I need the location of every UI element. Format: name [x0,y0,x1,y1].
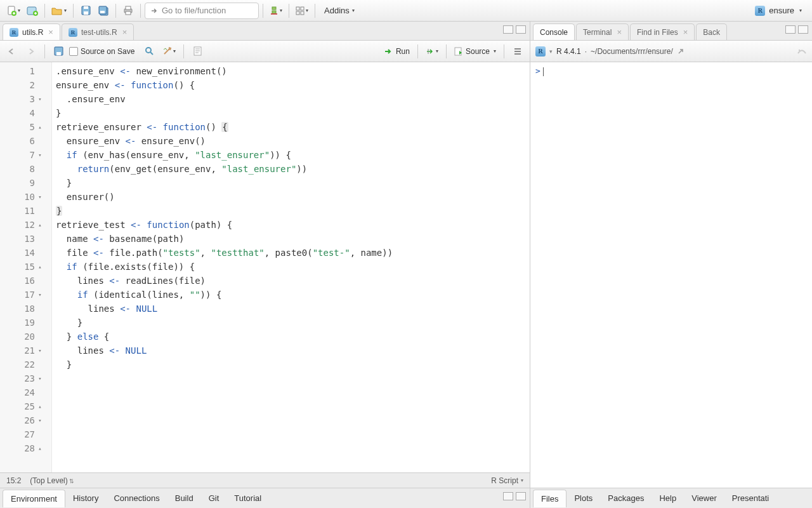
r-project-icon: R [755,6,765,16]
svg-rect-16 [301,7,304,10]
tab-help[interactable]: Help [652,490,684,507]
svg-rect-6 [84,6,88,9]
file-type-indicator[interactable]: R Script [491,476,523,485]
save-button[interactable] [77,3,94,19]
print-button[interactable] [120,3,136,19]
editor-status-bar: 15:2 (Top Level) R Script [0,472,530,488]
maximize-pane-icon[interactable] [516,492,526,500]
save-file-button[interactable] [50,43,67,60]
pane-controls [503,492,526,500]
rerun-button[interactable] [423,43,441,60]
tab-plots[interactable]: Plots [566,490,600,507]
tab-presentati[interactable]: Presentati [724,490,777,507]
nav-back-button[interactable] [4,43,20,60]
run-arrow-icon [384,48,393,55]
working-directory: ~/Documents/rrr/ensure/ [591,47,673,56]
svg-rect-18 [301,11,304,15]
scope-indicator[interactable]: (Top Level) [30,476,74,485]
tab-utils-r[interactable]: R utils.R × [3,23,60,40]
svg-rect-9 [100,11,105,13]
maximize-pane-icon[interactable] [516,25,526,34]
goto-placeholder: Go to file/function [162,6,226,15]
document-outline-button[interactable] [189,43,206,60]
tab-git[interactable]: Git [201,490,227,507]
svg-point-21 [146,48,151,53]
tab-build[interactable]: Build [167,490,201,507]
r-file-icon: R [10,28,18,37]
line-gutter: 123▾45▴67▾8910▾1112▴131415▴1617▾18192021… [0,62,52,472]
project-menu[interactable]: R ensure [749,3,808,19]
tools-button[interactable] [267,3,285,19]
editor-tabs: R utils.R × R test-utils.R × [0,22,530,41]
code-tools-button[interactable] [160,43,178,60]
tab-label: utils.R [22,28,43,37]
run-button[interactable]: Run [382,43,412,60]
pane-controls [503,25,526,34]
r-file-icon: R [69,28,77,37]
close-icon[interactable]: × [48,27,53,37]
bottom-left-tabs: EnvironmentHistoryConnectionsBuildGitTut… [0,488,530,508]
save-all-button[interactable] [95,3,112,19]
console-output[interactable]: > [530,62,812,488]
nav-forward-button[interactable] [23,43,39,60]
minimize-pane-icon[interactable] [503,25,513,34]
outline-toggle-button[interactable] [509,43,526,60]
cursor-position: 15:2 [6,476,21,485]
svg-rect-5 [84,11,88,15]
find-button[interactable] [141,43,157,60]
tab-find-in-files[interactable]: Find in Files× [630,23,695,40]
console-info-bar: R ▾ R 4.4.1 · ~/Documents/rrr/ensure/ [530,41,812,62]
svg-rect-17 [296,11,299,15]
tab-viewer[interactable]: Viewer [684,490,724,507]
tab-back[interactable]: Back [696,23,727,40]
open-file-button[interactable] [49,3,69,19]
grid-button[interactable] [293,3,311,19]
tab-label: test-utils.R [81,28,117,37]
maximize-pane-icon[interactable] [798,25,808,34]
tab-terminal[interactable]: Terminal× [576,23,629,40]
close-icon[interactable]: × [122,27,128,37]
code-area[interactable]: .ensure_env <- new_environment()ensure_e… [52,62,530,472]
bottom-right-tabs: FilesPlotsPackagesHelpViewerPresentati [530,488,812,508]
svg-rect-11 [126,6,131,10]
clear-console-icon[interactable] [797,47,807,56]
source-on-save-label: Source on Save [81,47,134,56]
new-project-button[interactable] [24,3,41,19]
source-button[interactable]: Source [452,43,499,60]
svg-rect-15 [296,7,299,10]
svg-rect-12 [126,11,131,15]
minimize-pane-icon[interactable] [785,25,796,34]
tab-files[interactable]: Files [533,490,566,507]
goto-file-function-input[interactable]: Go to file/function [145,3,259,19]
new-file-button[interactable] [4,3,23,19]
code-editor[interactable]: 123▾45▴67▾8910▾1112▴131415▴1617▾18192021… [0,62,530,472]
svg-rect-20 [56,52,61,55]
editor-toolbar: Source on Save Run Source [0,41,530,62]
svg-rect-23 [455,48,461,55]
tab-connections[interactable]: Connections [106,490,167,507]
tab-environment[interactable]: Environment [3,490,65,507]
svg-rect-13 [272,7,276,10]
main-toolbar: Go to file/function Addins R ensure [0,0,812,22]
source-icon [454,47,463,56]
r-version: R 4.4.1 [556,47,581,56]
source-on-save-checkbox[interactable] [69,47,78,56]
tab-tutorial[interactable]: Tutorial [226,490,269,507]
tab-console[interactable]: Console [533,23,575,40]
addins-menu[interactable]: Addins [319,3,360,19]
svg-rect-14 [272,11,276,13]
tab-history[interactable]: History [65,490,106,507]
tab-test-utils-r[interactable]: R test-utils.R × [62,23,134,40]
tab-packages[interactable]: Packages [600,490,652,507]
project-name: ensure [769,6,794,15]
popout-icon[interactable] [677,48,684,55]
arrow-right-icon [150,7,158,15]
minimize-pane-icon[interactable] [503,492,513,500]
console-tabs: ConsoleTerminal×Find in Files×Back [530,22,812,41]
console-prompt: > [535,66,540,76]
r-logo-icon: R [535,46,546,57]
pane-controls [785,25,808,34]
